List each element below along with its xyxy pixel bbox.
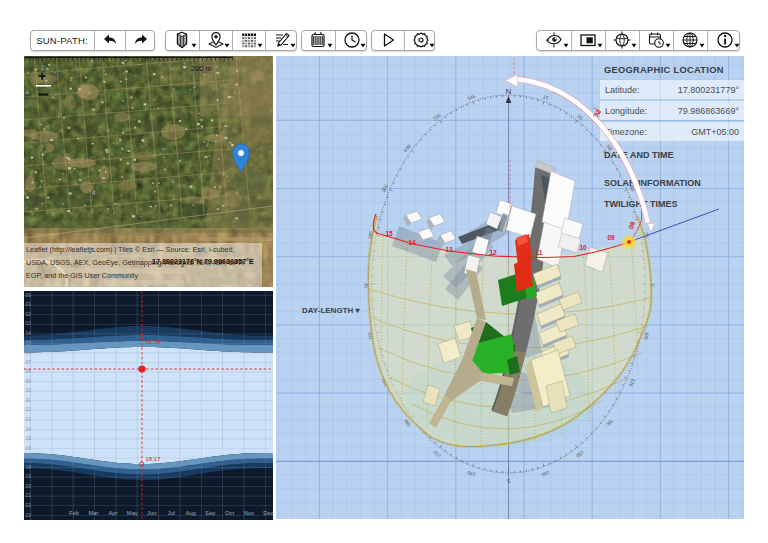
svg-text:23: 23 bbox=[26, 513, 32, 518]
svg-text:Oct: Oct bbox=[225, 510, 234, 516]
svg-text:13: 13 bbox=[26, 417, 32, 422]
svg-text:Leaflet (http://leafletjs.com): Leaflet (http://leafletjs.com) | Tiles ©… bbox=[26, 245, 235, 254]
svg-text:18: 18 bbox=[26, 465, 32, 470]
svg-text:N: N bbox=[506, 87, 512, 96]
svg-text:07: 07 bbox=[26, 360, 32, 365]
svg-text:08: 08 bbox=[26, 369, 32, 374]
svg-text:Feb: Feb bbox=[69, 510, 79, 516]
svg-text:21: 21 bbox=[26, 493, 32, 498]
svg-text:02: 02 bbox=[26, 312, 32, 317]
svg-text:16: 16 bbox=[26, 446, 32, 451]
svg-text:17.800231779°: 17.800231779° bbox=[678, 85, 740, 95]
svg-text:12: 12 bbox=[489, 249, 497, 256]
svg-text:17.80023178°N 79.98686357°E: 17.80023178°N 79.98686357°E bbox=[152, 257, 254, 266]
svg-text:GMT+05:00: GMT+05:00 bbox=[691, 127, 739, 137]
svg-text:12: 12 bbox=[26, 407, 32, 412]
svg-text:03: 03 bbox=[26, 321, 32, 326]
svg-text:EGP, and the GIS User Communit: EGP, and the GIS User Community bbox=[26, 271, 139, 280]
svg-text:20: 20 bbox=[26, 484, 32, 489]
svg-text:Longitude:: Longitude: bbox=[605, 106, 647, 116]
svg-text:10: 10 bbox=[579, 244, 587, 251]
svg-text:15: 15 bbox=[26, 436, 32, 441]
svg-text:Latitude:: Latitude: bbox=[605, 85, 640, 95]
svg-text:Aug: Aug bbox=[186, 510, 196, 516]
svg-text:06: 06 bbox=[26, 350, 32, 355]
svg-text:14: 14 bbox=[26, 427, 32, 432]
svg-text:Sep: Sep bbox=[205, 510, 215, 516]
svg-text:GEOGRAPHIC LOCATION: GEOGRAPHIC LOCATION bbox=[604, 65, 724, 75]
svg-text:11: 11 bbox=[536, 249, 543, 256]
svg-text:00: 00 bbox=[26, 293, 32, 298]
svg-text:Jul: Jul bbox=[167, 510, 174, 516]
svg-text:Jun: Jun bbox=[147, 510, 156, 516]
svg-text:14: 14 bbox=[408, 239, 416, 246]
svg-text:10: 10 bbox=[26, 388, 32, 393]
svg-text:13: 13 bbox=[445, 246, 453, 253]
svg-text:Apr: Apr bbox=[108, 510, 117, 516]
svg-text:05:36: 05:36 bbox=[146, 339, 162, 345]
svg-text:Mar: Mar bbox=[89, 510, 99, 516]
svg-text:200 m: 200 m bbox=[191, 64, 212, 73]
svg-text:01: 01 bbox=[26, 302, 32, 307]
svg-text:15: 15 bbox=[385, 230, 393, 237]
svg-text:Dec: Dec bbox=[263, 510, 273, 516]
svg-text:17: 17 bbox=[26, 455, 32, 460]
svg-text:+: + bbox=[38, 68, 46, 84]
svg-text:09: 09 bbox=[26, 379, 32, 384]
svg-text:09: 09 bbox=[607, 234, 615, 241]
svg-text:May: May bbox=[127, 510, 138, 516]
svg-text:18:17: 18:17 bbox=[146, 456, 162, 462]
svg-text:SOLAR INFORMATION: SOLAR INFORMATION bbox=[604, 178, 701, 188]
svg-text:DATE AND TIME: DATE AND TIME bbox=[604, 150, 674, 160]
svg-text:19: 19 bbox=[26, 474, 32, 479]
svg-text:22: 22 bbox=[26, 503, 32, 508]
svg-text:79.986863669°: 79.986863669° bbox=[678, 106, 740, 116]
svg-text:Nov: Nov bbox=[244, 510, 254, 516]
svg-text:04: 04 bbox=[26, 331, 32, 336]
svg-text:11: 11 bbox=[26, 398, 31, 403]
svg-text:05: 05 bbox=[26, 341, 32, 346]
svg-text:DAY-LENGTH ▾: DAY-LENGTH ▾ bbox=[302, 306, 360, 315]
